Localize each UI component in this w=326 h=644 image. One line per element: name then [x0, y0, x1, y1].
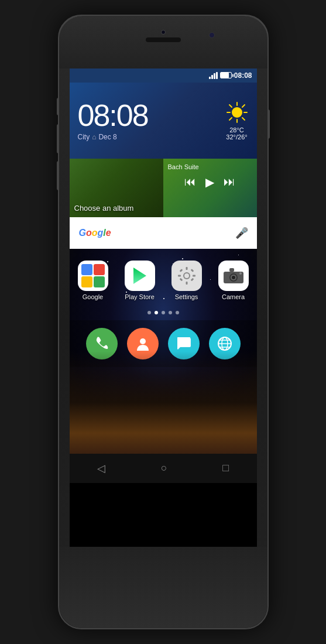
mini-icon-3: [81, 276, 92, 287]
svg-line-7: [242, 105, 245, 107]
play-store-svg: [130, 266, 150, 286]
top-bezel: [59, 16, 267, 68]
clock-widget: 08:08 City ⌂ Dec 8: [70, 83, 257, 159]
voice-button[interactable]: [57, 161, 59, 190]
svg-rect-19: [190, 269, 194, 272]
album-label: Choose an album: [74, 204, 134, 213]
city-label: City: [78, 133, 90, 141]
mini-icon-2: [94, 264, 105, 275]
music-controls: ⏮ ▶ ⏭: [168, 175, 252, 189]
svg-point-0: [232, 107, 242, 118]
music-widget[interactable]: Bach Suite ⏮ ▶ ⏭: [163, 159, 257, 217]
svg-rect-14: [178, 275, 181, 276]
volume-up-button[interactable]: [57, 98, 59, 115]
sensor: [209, 32, 215, 38]
temp-range: 32°/26°: [226, 133, 247, 141]
screen: 08:08 08:08 City ⌂ Dec 8: [70, 68, 257, 547]
svg-rect-12: [186, 267, 187, 270]
svg-rect-24: [229, 268, 234, 272]
bar1: [209, 77, 211, 79]
google-logo: Google: [79, 228, 111, 238]
horizon: [70, 351, 257, 454]
svg-rect-15: [193, 275, 195, 276]
back-button[interactable]: ◁: [97, 462, 105, 475]
volume-down-button[interactable]: [57, 124, 59, 153]
star: [163, 298, 164, 299]
microphone-icon[interactable]: 🎤: [236, 226, 248, 240]
home-icon: ⌂: [92, 133, 96, 141]
weather-widget: 28°C 32°/26°: [225, 101, 249, 141]
settings-icon[interactable]: [171, 261, 202, 291]
settings-svg: [177, 266, 197, 286]
svg-rect-16: [179, 269, 183, 272]
star: [238, 255, 239, 255]
svg-line-8: [229, 118, 232, 120]
search-bar[interactable]: Google 🎤: [70, 217, 257, 249]
svg-rect-18: [179, 278, 183, 281]
svg-marker-9: [133, 268, 146, 284]
prev-button[interactable]: ⏮: [184, 175, 196, 189]
signal-icon: [209, 72, 218, 79]
phone-device: 08:08 08:08 City ⌂ Dec 8: [58, 15, 269, 629]
status-icons: 08:08: [209, 71, 252, 80]
google-apps-grid: [80, 263, 106, 289]
home-button[interactable]: ○: [161, 462, 167, 474]
status-bar: 08:08: [70, 68, 257, 83]
clock-left: 08:08 City ⌂ Dec 8: [78, 100, 225, 141]
playstore-icon[interactable]: [125, 261, 155, 291]
bar2: [211, 75, 213, 79]
bottom-bezel: [59, 547, 267, 628]
power-button[interactable]: [267, 109, 270, 139]
svg-point-23: [232, 276, 235, 279]
battery-fill: [221, 73, 229, 78]
wallpaper: Google: [70, 249, 257, 454]
camera-icon[interactable]: [218, 261, 249, 291]
temperature: 28°C 32°/26°: [226, 126, 247, 141]
mini-icon-4: [94, 276, 105, 287]
google-icon[interactable]: [78, 261, 108, 291]
play-button[interactable]: ▶: [205, 175, 214, 189]
svg-line-6: [242, 118, 245, 120]
clock-time: 08:08: [78, 100, 225, 131]
star: [126, 292, 127, 293]
album-widget[interactable]: Choose an album: [70, 159, 163, 217]
nav-bar: ◁ ○ □: [70, 454, 257, 483]
bar4: [216, 72, 218, 79]
recents-button[interactable]: □: [222, 462, 229, 474]
battery-icon: [220, 72, 232, 78]
svg-point-25: [239, 272, 242, 275]
date-label: Dec 8: [98, 133, 116, 141]
sun-icon: [225, 101, 249, 124]
star: [107, 261, 108, 262]
front-camera: [161, 30, 166, 35]
svg-rect-17: [190, 278, 194, 281]
svg-line-5: [229, 105, 232, 107]
current-temp: 28°C: [226, 126, 247, 133]
camera-svg: [222, 267, 245, 285]
star: [182, 258, 183, 259]
status-time: 08:08: [234, 71, 252, 80]
bar3: [214, 73, 215, 79]
next-button[interactable]: ⏭: [224, 175, 235, 189]
svg-rect-13: [186, 282, 187, 285]
speaker-grille: [146, 37, 181, 42]
mini-icon-1: [81, 264, 92, 275]
music-title: Bach Suite: [168, 163, 199, 170]
svg-point-11: [184, 273, 189, 278]
star: [210, 279, 211, 280]
widgets-row: Choose an album Bach Suite ⏮ ▶ ⏭: [70, 159, 257, 217]
clock-info: City ⌂ Dec 8: [78, 133, 225, 141]
